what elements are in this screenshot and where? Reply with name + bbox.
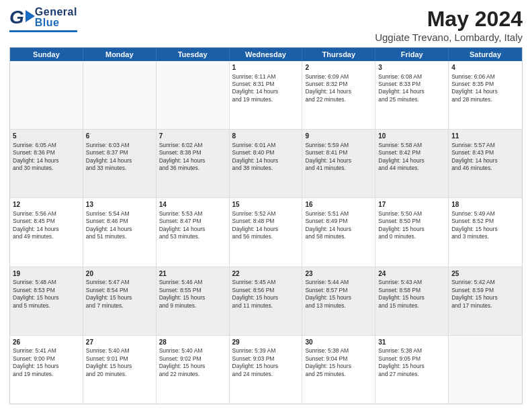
cell-info-line: Daylight: 15 hours [13,294,80,302]
cell-info-line: Sunset: 8:52 PM [451,218,519,225]
cell-info-line: and 20 minutes. [86,371,153,378]
cell-info-line: Sunset: 8:46 PM [86,218,153,225]
cell-info-line: Sunset: 8:50 PM [378,218,445,225]
cell-info-line: Sunrise: 5:52 AM [232,210,300,218]
cal-cell-4-0: 26Sunrise: 5:41 AMSunset: 9:00 PMDayligh… [10,336,83,404]
cell-info-line: Sunrise: 5:54 AM [86,210,153,218]
cell-info-line: and 58 minutes. [305,233,372,240]
cell-info-line: and 22 minutes. [305,96,372,103]
day-number-8: 8 [232,132,300,141]
cell-info-line: and 11 minutes. [232,302,300,310]
day-number-2: 2 [305,63,372,73]
day-number-22: 22 [232,269,300,279]
cal-cell-3-1: 20Sunrise: 5:47 AMSunset: 8:54 PMDayligh… [83,267,157,335]
cal-cell-3-6: 25Sunrise: 5:42 AMSunset: 8:59 PMDayligh… [449,267,522,335]
cell-info-line: and 25 minutes. [378,96,445,103]
cal-cell-0-0 [10,61,83,129]
cell-info-line: Sunrise: 6:06 AM [451,73,519,81]
cal-cell-0-3: 1Sunrise: 6:11 AMSunset: 8:31 PMDaylight… [230,61,303,129]
cell-info-line: Sunset: 9:03 PM [232,355,300,363]
cell-info-line: Sunset: 8:37 PM [86,149,153,156]
cell-info-line: Daylight: 14 hours [159,157,226,165]
cell-info-line: Sunset: 8:57 PM [305,287,372,294]
cal-cell-0-2 [157,61,230,129]
cal-cell-1-0: 5Sunrise: 6:05 AMSunset: 8:36 PMDaylight… [10,130,83,197]
cell-info-line: Sunset: 8:33 PM [378,81,445,88]
day-number-27: 27 [86,338,153,347]
cell-info-line: Sunrise: 5:59 AM [305,142,372,149]
day-number-21: 21 [159,269,226,279]
cell-info-line: Sunrise: 5:57 AM [451,142,519,149]
cell-info-line: Daylight: 14 hours [305,226,372,233]
cal-cell-2-2: 14Sunrise: 5:53 AMSunset: 8:47 PMDayligh… [157,198,230,266]
cal-cell-2-0: 12Sunrise: 5:56 AMSunset: 8:45 PMDayligh… [10,198,83,266]
cell-info-line: Sunset: 8:41 PM [305,149,372,156]
cell-info-line: Daylight: 15 hours [451,294,519,302]
cal-cell-1-6: 11Sunrise: 5:57 AMSunset: 8:43 PMDayligh… [449,130,522,197]
cell-info-line: Sunset: 8:43 PM [451,149,519,156]
cell-info-line: and 5 minutes. [13,302,80,310]
cell-info-line: Daylight: 14 hours [13,157,80,165]
day-number-6: 6 [86,132,153,141]
cell-info-line: and 30 minutes. [13,165,80,172]
cell-info-line: Sunrise: 5:56 AM [13,210,80,218]
cell-info-line: Sunset: 8:35 PM [451,81,519,88]
logo-bar [9,30,77,32]
cell-info-line: Daylight: 14 hours [378,88,445,95]
cell-info-line: Daylight: 15 hours [232,363,300,370]
cell-info-line: Daylight: 14 hours [86,226,153,233]
cell-info-line: Sunrise: 5:48 AM [13,279,80,286]
cell-info-line: Daylight: 14 hours [378,157,445,165]
cal-cell-2-4: 16Sunrise: 5:51 AMSunset: 8:49 PMDayligh… [302,198,375,266]
cal-cell-0-5: 3Sunrise: 6:08 AMSunset: 8:33 PMDaylight… [375,61,449,129]
cell-info-line: Sunset: 8:32 PM [305,81,372,88]
cell-info-line: Daylight: 14 hours [305,157,372,165]
day-number-23: 23 [305,269,372,279]
cal-row-0: 1Sunrise: 6:11 AMSunset: 8:31 PMDaylight… [10,61,522,130]
day-number-15: 15 [232,200,300,210]
cell-info-line: and 28 minutes. [451,96,519,103]
cal-cell-4-6 [449,336,522,404]
header: G General Blue May 2024 Uggiate Trevano,… [9,7,523,43]
cell-info-line: Sunrise: 6:05 AM [13,142,80,149]
col-sunday: Sunday [10,48,83,61]
cell-info-line: Sunset: 9:05 PM [378,355,445,363]
cell-info-line: Sunrise: 5:38 AM [378,347,445,355]
day-number-29: 29 [232,338,300,347]
cell-info-line: Sunrise: 5:49 AM [451,210,519,218]
logo-blue-text: Blue [35,17,77,28]
cell-info-line: Sunset: 8:47 PM [159,218,226,225]
cell-info-line: and 17 minutes. [451,302,519,310]
cal-cell-3-3: 22Sunrise: 5:45 AMSunset: 8:56 PMDayligh… [230,267,303,335]
cell-info-line: Daylight: 15 hours [378,294,445,302]
cell-info-line: Sunrise: 5:43 AM [378,279,445,286]
cell-info-line: Sunset: 8:56 PM [232,287,300,294]
cell-info-line: and 19 minutes. [13,371,80,378]
cell-info-line: Sunset: 8:38 PM [159,149,226,156]
cell-info-line: Daylight: 14 hours [305,88,372,95]
day-number-5: 5 [13,132,80,141]
cell-info-line: Sunset: 8:53 PM [13,287,80,294]
day-number-26: 26 [13,338,80,347]
cell-info-line: Sunset: 8:31 PM [232,81,300,88]
cal-row-4: 26Sunrise: 5:41 AMSunset: 9:00 PMDayligh… [10,336,522,404]
cell-info-line: and 36 minutes. [159,165,226,172]
cal-cell-0-4: 2Sunrise: 6:09 AMSunset: 8:32 PMDaylight… [302,61,375,129]
title-block: May 2024 Uggiate Trevano, Lombardy, Ital… [375,7,523,43]
col-thursday: Thursday [302,48,375,61]
cell-info-line: Sunset: 8:48 PM [232,218,300,225]
cell-info-line: Sunrise: 6:02 AM [159,142,226,149]
cell-info-line: Sunset: 8:55 PM [159,287,226,294]
cell-info-line: Sunset: 8:42 PM [378,149,445,156]
cal-cell-2-1: 13Sunrise: 5:54 AMSunset: 8:46 PMDayligh… [83,198,157,266]
logo-arrow-icon [26,10,35,22]
day-number-31: 31 [378,338,445,347]
day-number-19: 19 [13,269,80,279]
day-number-10: 10 [378,132,445,141]
cell-info-line: Sunrise: 6:09 AM [305,73,372,81]
cell-info-line: and 22 minutes. [159,371,226,378]
logo: G General Blue [9,7,77,32]
cell-info-line: Sunrise: 6:01 AM [232,142,300,149]
cell-info-line: Daylight: 14 hours [451,88,519,95]
cell-info-line: and 51 minutes. [86,233,153,240]
